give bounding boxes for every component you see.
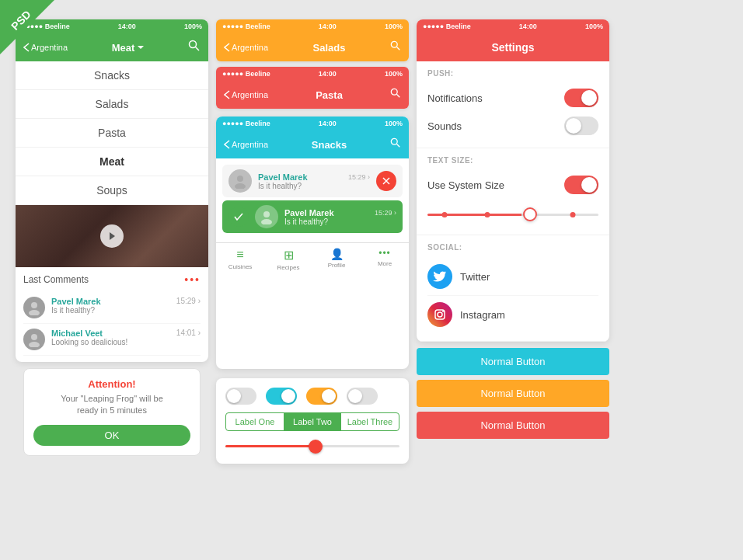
tab-cuisines[interactable]: ≡ Cuisines (216, 248, 264, 271)
status-bar-settings: ●●●●● Beeline 14:00 100% (417, 19, 609, 33)
battery-orange: 100% (385, 23, 403, 30)
msg-avatar-2 (255, 205, 278, 228)
nav-back-orange[interactable]: Argentina (224, 43, 268, 52)
nav-back-label-1: Argentina (31, 43, 68, 52)
controls-section: Label One Label Two Label Three (216, 378, 409, 464)
svg-point-16 (263, 211, 270, 217)
food-image (16, 205, 208, 267)
settings-body: PUSH: Notifications Sounds (417, 61, 609, 342)
svg-point-10 (391, 138, 397, 144)
more-label: More (378, 260, 392, 267)
svg-point-6 (391, 41, 397, 47)
tab-bar: ≡ Cuisines ⊞ Recipes 👤 Profile ••• More (216, 242, 409, 274)
comments-more[interactable]: ••• (184, 273, 201, 286)
seg-label-one[interactable]: Label One (226, 413, 284, 430)
seg-label-three[interactable]: Label Three (341, 413, 399, 430)
search-icon-1[interactable] (188, 40, 201, 55)
text-size-slider[interactable] (427, 205, 598, 224)
recipes-label: Recipes (277, 264, 300, 271)
nav-title-red: Pasta (316, 89, 343, 101)
system-size-toggle[interactable] (564, 176, 598, 194)
button-teal[interactable]: Normal Button (417, 348, 609, 375)
system-size-row: Use System Size (427, 171, 598, 199)
alert-body: Your "Leaping Frog" will beready in 5 mi… (33, 393, 190, 417)
nav-back-red[interactable]: Argentina (224, 90, 268, 99)
button-orange[interactable]: Normal Button (417, 380, 609, 407)
main-slider[interactable] (225, 439, 399, 454)
sounds-label: Sounds (427, 120, 462, 132)
alert-box: Attention! Your "Leaping Frog" will bere… (23, 368, 201, 456)
instagram-icon (427, 302, 452, 327)
search-icon-teal[interactable] (390, 137, 401, 151)
comment-1[interactable]: Pavel Marek 15:29 › Is it healthy? (23, 292, 201, 324)
time-orange: 14:00 (319, 23, 337, 30)
menu-item-meat[interactable]: Meat (16, 148, 208, 176)
twitter-row[interactable]: Twitter (427, 258, 598, 296)
battery-red: 100% (385, 70, 403, 78)
toggle-1[interactable] (225, 388, 256, 405)
messages-area: Pavel Marek 15:29 › Is it healthy? (216, 158, 409, 242)
msg-time-2: 15:29 › (375, 209, 396, 217)
svg-point-13 (235, 183, 246, 189)
menu-item-snacks[interactable]: Snacks (16, 61, 208, 90)
delete-button[interactable] (376, 171, 396, 191)
social-title: SOCIAL: (427, 243, 598, 252)
carrier-red: ●●●●● Beeline (222, 70, 270, 78)
cuisines-label: Cuisines (228, 263, 253, 270)
sounds-toggle[interactable] (564, 117, 598, 135)
menu-item-salads[interactable]: Salads (16, 90, 208, 119)
nav-back-1[interactable]: Argentina (23, 43, 68, 52)
tab-more[interactable]: ••• More (361, 248, 409, 271)
carrier-orange: ●●●●● Beeline (222, 23, 270, 30)
alert-title: Attention! (33, 378, 190, 390)
avatar-2 (23, 329, 45, 350)
push-title: PUSH: (427, 69, 598, 78)
tab-profile[interactable]: 👤 Profile (312, 248, 361, 271)
check-circle (228, 207, 249, 227)
message-row-2[interactable]: Pavel Marek 15:29 › Is it healthy? (222, 200, 403, 233)
notifications-row: Notifications (427, 84, 598, 112)
msg-text-1: Is it healthy? (258, 182, 370, 190)
text-size-section: TEXT SIZE: Use System Size (417, 148, 609, 235)
search-icon-orange[interactable] (390, 40, 401, 54)
nav-back-teal[interactable]: Argentina (224, 140, 268, 149)
status-bar-orange: ●●●●● Beeline 14:00 100% (216, 19, 409, 33)
seg-label-two[interactable]: Label Two (284, 413, 341, 430)
social-section: SOCIAL: Twitter (417, 235, 609, 342)
settings-title: Settings (424, 41, 602, 54)
button-red[interactable]: Normal Button (417, 412, 609, 439)
sounds-row: Sounds (427, 112, 598, 140)
comment-body-2: Michael Veet 14:01 › Looking so dealicio… (51, 329, 201, 346)
instagram-row[interactable]: Instagram (427, 296, 598, 333)
msg-text-2: Is it healthy? (284, 217, 396, 226)
svg-line-1 (196, 47, 200, 51)
notifications-label: Notifications (427, 92, 483, 104)
comments-title: Last Comments (23, 274, 89, 285)
message-row-1[interactable]: Pavel Marek 15:29 › Is it healthy? (222, 165, 403, 197)
text-size-title: TEXT SIZE: (427, 156, 598, 165)
svg-point-5 (29, 342, 40, 347)
toggle-row (225, 388, 399, 405)
notifications-toggle[interactable] (564, 89, 598, 107)
msg-name-1: Pavel Marek (258, 172, 308, 182)
comment-time-2: 14:01 › (176, 329, 201, 337)
svg-point-4 (31, 334, 37, 340)
nav-title-orange: Salads (313, 42, 346, 54)
battery-1: 100% (184, 23, 202, 30)
twitter-label: Twitter (460, 271, 490, 283)
msg-avatar-1 (228, 169, 252, 193)
menu-item-soups[interactable]: Soups (16, 176, 208, 205)
search-icon-red[interactable] (390, 88, 401, 102)
comment-2[interactable]: Michael Veet 14:01 › Looking so dealicio… (23, 324, 201, 356)
menu-item-pasta[interactable]: Pasta (16, 119, 208, 148)
svg-point-12 (237, 176, 243, 182)
toggle-2[interactable] (266, 388, 297, 405)
toggle-4[interactable] (347, 388, 378, 405)
play-button[interactable] (100, 224, 124, 248)
toggle-3[interactable] (306, 388, 337, 405)
svg-point-3 (29, 310, 40, 315)
mini-screen-orange: ●●●●● Beeline 14:00 100% Argentina Salad… (216, 19, 409, 61)
instagram-label: Instagram (460, 309, 505, 321)
alert-ok-button[interactable]: OK (33, 425, 190, 446)
tab-recipes[interactable]: ⊞ Recipes (264, 248, 312, 271)
